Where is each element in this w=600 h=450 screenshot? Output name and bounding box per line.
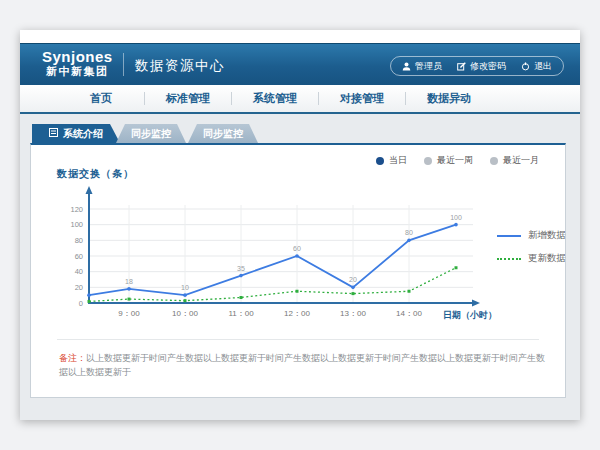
svg-text:11：00: 11：00 — [228, 309, 254, 318]
radio-icon — [490, 157, 498, 165]
svg-text:40: 40 — [75, 267, 83, 276]
svg-text:120: 120 — [70, 205, 83, 214]
range-option-label: 最近一周 — [437, 154, 473, 167]
svg-text:60: 60 — [293, 245, 301, 252]
svg-text:0: 0 — [79, 299, 83, 308]
panel-divider — [57, 339, 539, 340]
tab-label: 同步监控 — [131, 127, 171, 141]
user-icon — [402, 62, 411, 71]
logout-label: 退出 — [534, 60, 552, 73]
chart-panel: 当日 最近一周 最近一月 数据交换（条） 0204060801001209：00… — [30, 143, 566, 398]
legend-label: 更新数据 — [528, 252, 566, 265]
range-option-today[interactable]: 当日 — [376, 154, 407, 167]
page-title: 数据资源中心 — [135, 57, 225, 75]
power-icon — [521, 62, 530, 71]
logo-text: Synjones — [42, 48, 113, 65]
svg-text:80: 80 — [405, 229, 413, 236]
svg-text:日期（小时）: 日期（小时） — [443, 310, 497, 320]
change-password-label: 修改密码 — [470, 60, 506, 73]
svg-text:12：00: 12：00 — [284, 309, 310, 318]
current-user-button[interactable]: 管理员 — [402, 60, 442, 73]
legend-swatch — [497, 258, 521, 260]
header-divider — [123, 53, 124, 76]
change-password-button[interactable]: 修改密码 — [457, 60, 506, 73]
legend-swatch — [497, 235, 521, 237]
footnote: 备注：以上数据更新于时间产生数据以上数据更新于时间产生数据以上数据更新于时间产生… — [59, 352, 547, 379]
tab-system-intro[interactable]: 系统介绍 — [32, 124, 120, 143]
nav-item-system[interactable]: 系统管理 — [232, 91, 318, 106]
legend-item-new-data[interactable]: 新增数据 — [497, 229, 566, 242]
radio-icon — [424, 157, 432, 165]
legend-item-updated-data[interactable]: 更新数据 — [497, 252, 566, 265]
footnote-text: 以上数据更新于时间产生数据以上数据更新于时间产生数据以上数据更新于时间产生数据以… — [59, 353, 545, 377]
range-option-label: 当日 — [389, 154, 407, 167]
svg-text:60: 60 — [75, 252, 83, 261]
company-logo[interactable]: Synjones 新中新集团 — [42, 48, 113, 78]
chart-legend: 新增数据 更新数据 — [497, 229, 566, 265]
y-axis-title: 数据交换（条） — [57, 167, 134, 181]
logo-subtitle: 新中新集团 — [42, 65, 113, 78]
user-toolbar: 管理员 修改密码 退出 — [390, 56, 564, 76]
edit-icon — [457, 62, 466, 71]
nav-item-standards[interactable]: 标准管理 — [145, 91, 231, 106]
svg-text:80: 80 — [75, 236, 83, 245]
radio-icon — [376, 157, 384, 165]
svg-text:9：00: 9：00 — [118, 309, 140, 318]
svg-text:20: 20 — [349, 276, 357, 283]
tab-label: 系统介绍 — [63, 127, 103, 141]
logout-button[interactable]: 退出 — [521, 60, 552, 73]
range-option-month[interactable]: 最近一月 — [490, 154, 539, 167]
document-icon — [49, 128, 58, 139]
app-header: Synjones 新中新集团 数据资源中心 管理员 修改密码 — [20, 43, 580, 85]
svg-text:20: 20 — [75, 283, 83, 292]
tab-label: 同步监控 — [203, 127, 243, 141]
nav-item-integration[interactable]: 对接管理 — [319, 91, 405, 106]
tab-sync-monitor-1[interactable]: 同步监控 — [116, 124, 186, 143]
nav-item-home[interactable]: 首页 — [58, 91, 144, 106]
line-chart: 0204060801001209：0010：0011：0012：0013：001… — [51, 185, 566, 327]
footnote-prefix: 备注： — [59, 353, 86, 363]
tab-sync-monitor-2[interactable]: 同步监控 — [188, 124, 258, 143]
svg-text:13：00: 13：00 — [340, 309, 366, 318]
app-window: Synjones 新中新集团 数据资源中心 管理员 修改密码 — [20, 30, 580, 420]
range-option-week[interactable]: 最近一周 — [424, 154, 473, 167]
content-area: 系统介绍 同步监控 同步监控 当日 最近一周 — [20, 114, 580, 420]
desktop-background: Synjones 新中新集团 数据资源中心 管理员 修改密码 — [0, 0, 600, 450]
main-nav: 首页 标准管理 系统管理 对接管理 数据异动 — [20, 85, 580, 114]
current-user-label: 管理员 — [415, 60, 442, 73]
svg-text:100: 100 — [450, 214, 462, 221]
time-range-filter: 当日 最近一周 最近一月 — [376, 154, 539, 167]
nav-item-data-change[interactable]: 数据异动 — [406, 91, 492, 106]
svg-text:18: 18 — [125, 278, 133, 285]
svg-text:10: 10 — [181, 284, 189, 291]
svg-text:35: 35 — [237, 265, 245, 272]
svg-text:14：00: 14：00 — [396, 309, 422, 318]
range-option-label: 最近一月 — [503, 154, 539, 167]
legend-label: 新增数据 — [528, 229, 566, 242]
svg-text:10：00: 10：00 — [172, 309, 198, 318]
svg-text:100: 100 — [70, 220, 83, 229]
